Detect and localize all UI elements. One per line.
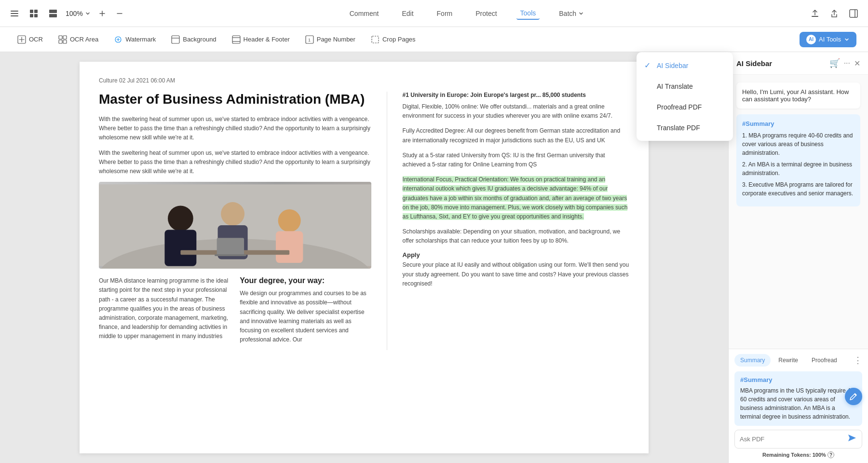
pdf-right-item4: International Focus, Practical Orientati… <box>403 175 629 221</box>
svg-rect-29 <box>164 230 196 266</box>
page-number-icon: 1 <box>305 35 314 44</box>
help-icon[interactable]: ? <box>827 451 834 458</box>
menu-protect[interactable]: Protect <box>472 8 501 19</box>
zoom-control[interactable]: 100% <box>66 10 91 17</box>
tabs-more-icon[interactable]: ⋮ <box>854 355 862 366</box>
panel-icon[interactable] <box>847 7 860 20</box>
menu-tools[interactable]: Tools <box>516 7 540 20</box>
watermark-button[interactable]: Watermark <box>108 32 162 47</box>
svg-rect-16 <box>63 40 67 43</box>
pdf-right-column: #1 University in Europe: Join Europe's l… <box>387 92 629 350</box>
ai-sidebar-header: AI Sidebar 🛒 ··· ✕ <box>729 52 868 75</box>
pdf-right-item2: Fully Accredited Degree: All our degrees… <box>403 126 629 145</box>
dropdown-ai-translate-label: AI Translate <box>657 82 693 90</box>
tab-proofread[interactable]: Proofread <box>806 354 843 367</box>
ocr-area-icon <box>58 35 67 44</box>
send-button-icon[interactable] <box>847 433 857 445</box>
page-view-icon[interactable] <box>46 7 60 20</box>
ocr-label: OCR <box>29 36 43 43</box>
header-footer-button[interactable]: Header & Footer <box>226 32 296 47</box>
svg-rect-36 <box>215 254 246 256</box>
ocr-icon <box>17 35 26 44</box>
close-icon[interactable]: ✕ <box>854 59 860 68</box>
svg-rect-5 <box>30 14 33 17</box>
zoom-out-icon[interactable] <box>114 8 125 19</box>
ai-tools-label: AI Tools <box>819 36 841 43</box>
share-icon[interactable] <box>827 7 841 20</box>
crop-icon <box>371 35 380 44</box>
svg-rect-35 <box>217 238 244 255</box>
ask-pdf-input[interactable] <box>740 436 847 443</box>
edit-fab-button[interactable] <box>845 388 862 405</box>
ai-input-row <box>734 430 862 449</box>
page-number-button[interactable]: 1 Page Number <box>299 32 361 47</box>
svg-rect-18 <box>172 36 179 43</box>
svg-rect-25 <box>372 36 379 43</box>
ocr-area-button[interactable]: OCR Area <box>53 32 104 47</box>
pdf-left-footer: Our MBA distance learning programme is t… <box>99 276 230 341</box>
pdf-subtitle: Your degree, your way: <box>240 276 371 285</box>
toolbar-left: 100% <box>8 7 125 20</box>
svg-rect-14 <box>63 36 67 39</box>
ai-tools-button[interactable]: AI AI Tools <box>800 32 856 47</box>
ai-response-label: #Summary <box>742 120 854 127</box>
ai-summary-label: #Summary <box>740 376 856 383</box>
tab-summary[interactable]: Summary <box>734 354 771 367</box>
pdf-page: Culture 02 Jul 2021 06:00 AM Master of B… <box>80 62 649 453</box>
remaining-tokens: Remaining Tokens: 100% ? <box>734 451 862 458</box>
toolbar-right <box>808 7 860 20</box>
menu-edit[interactable]: Edit <box>398 8 417 19</box>
background-label: Background <box>183 36 216 43</box>
upload-icon[interactable] <box>808 7 822 20</box>
svg-rect-9 <box>812 16 818 17</box>
menu-batch[interactable]: Batch <box>555 8 588 19</box>
pdf-apply-text: Secure your place at IU easily and witho… <box>403 260 629 288</box>
dropdown-ai-sidebar-label: AI Sidebar <box>657 62 688 69</box>
ai-greeting-text: Hello, I'm Lumi, your AI assistant. How … <box>742 88 849 103</box>
zoom-in-icon[interactable] <box>96 8 108 19</box>
header-footer-label: Header & Footer <box>244 36 290 43</box>
dropdown-ai-translate[interactable]: ✓ AI Translate <box>637 76 733 96</box>
svg-text:1: 1 <box>308 38 311 42</box>
dropdown-translate-pdf[interactable]: ✓ Translate PDF <box>637 117 733 138</box>
ai-summary-text: MBA programs in the US typically require… <box>740 386 856 421</box>
svg-rect-6 <box>34 14 38 17</box>
sidebar-toggle-icon[interactable] <box>8 7 21 20</box>
crop-pages-button[interactable]: Crop Pages <box>365 32 421 47</box>
ai-response-card: #Summary 1. MBA programs require 40-60 c… <box>736 114 860 206</box>
more-options-icon[interactable]: ··· <box>844 59 850 68</box>
menu-comment[interactable]: Comment <box>346 8 383 19</box>
ocr-button[interactable]: OCR <box>12 32 49 47</box>
pdf-image <box>99 182 371 269</box>
grid-view-icon[interactable] <box>27 7 41 20</box>
dropdown-proofread-pdf[interactable]: ✓ Proofread PDF <box>637 96 733 117</box>
menu-form[interactable]: Form <box>433 8 457 19</box>
tab-rewrite[interactable]: Rewrite <box>773 354 804 367</box>
svg-rect-10 <box>850 10 857 17</box>
pdf-right-item3: Study at a 5-star rated University from … <box>403 151 629 169</box>
watermark-icon <box>114 35 122 44</box>
svg-rect-33 <box>276 231 303 263</box>
ai-response-item-2: 2. An MBA is a terminal degree in busine… <box>742 160 854 177</box>
svg-point-32 <box>278 209 301 232</box>
dropdown-proofread-label: Proofread PDF <box>657 103 702 111</box>
pdf-right-item1: Digital, Flexible, 100% online: We offer… <box>403 102 629 121</box>
ai-sidebar-panel: AI Sidebar 🛒 ··· ✕ Hello, I'm Lumi, your… <box>728 52 868 463</box>
pdf-viewer[interactable]: Culture 02 Jul 2021 06:00 AM Master of B… <box>0 52 728 463</box>
background-button[interactable]: Background <box>165 32 222 47</box>
pdf-right-item5: Scholarships available: Depending on you… <box>403 227 629 245</box>
svg-point-30 <box>221 202 244 226</box>
svg-rect-1 <box>11 13 18 14</box>
svg-rect-2 <box>11 15 18 16</box>
svg-rect-15 <box>59 40 62 43</box>
empty-check-icon2: ✓ <box>644 102 652 111</box>
top-menu-bar: 100% Comment Edit Form Protect Tools Bat… <box>0 0 868 27</box>
pdf-left-column: Master of Business Administration (MBA) … <box>99 92 371 350</box>
dropdown-ai-sidebar[interactable]: ✓ AI Sidebar <box>637 55 733 76</box>
ai-chat-area[interactable]: Hello, I'm Lumi, your AI assistant. How … <box>729 75 868 349</box>
main-menu: Comment Edit Form Protect Tools Batch <box>125 7 808 20</box>
checkmark-icon: ✓ <box>644 61 652 70</box>
empty-check-icon: ✓ <box>644 82 652 91</box>
pdf-title: Master of Business Administration (MBA) <box>99 92 371 107</box>
cart-icon[interactable]: 🛒 <box>829 58 840 68</box>
